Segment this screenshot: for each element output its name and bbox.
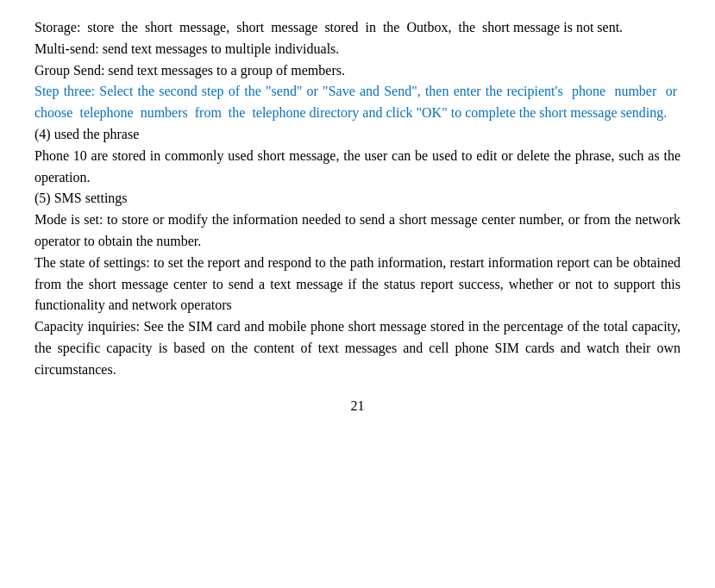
paragraph-state-settings: The state of settings: to set the report… <box>34 253 681 316</box>
paragraph-mode-set: Mode is set: to store or modify the info… <box>34 210 681 253</box>
paragraph-sms-settings-header: (5) SMS settings <box>34 188 681 210</box>
page-number: 21 <box>34 398 681 414</box>
paragraph-groupsend: Group Send: send text messages to a grou… <box>34 60 681 82</box>
paragraph-multisend: Multi-send: send text messages to multip… <box>34 39 681 60</box>
paragraph-capacity: Capacity inquiries: See the SIM card and… <box>34 316 681 380</box>
content-block: Storage: store the short message, short … <box>34 17 681 381</box>
page-container: Storage: store the short message, short … <box>0 0 715 588</box>
paragraph-stepthree: Step three: Select the second step of th… <box>34 81 681 124</box>
paragraph-storage: Storage: store the short message, short … <box>34 17 681 39</box>
paragraph-phone10: Phone 10 are stored in commonly used sho… <box>34 146 681 189</box>
paragraph-used-phrase-header: (4) used the phrase <box>34 124 681 146</box>
